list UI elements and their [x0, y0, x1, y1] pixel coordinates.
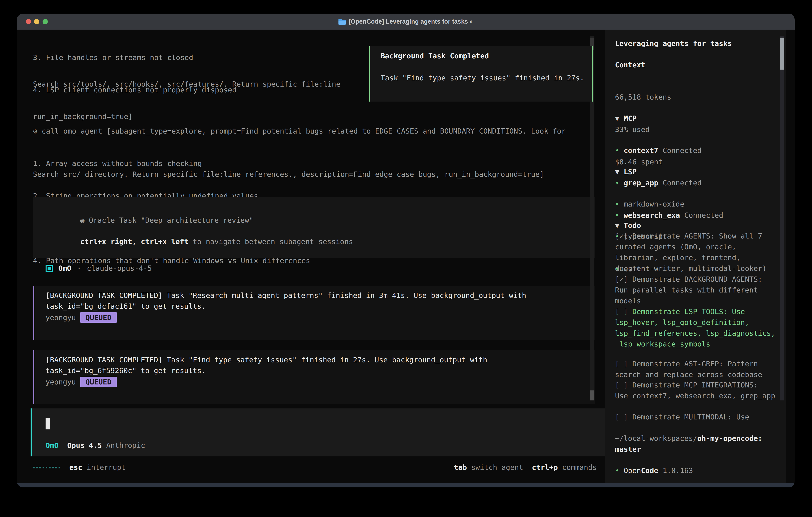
sidebar-scrollbar-track[interactable]: [780, 36, 784, 401]
terminal-window: [OpenCode] Leveraging agents for tasks ◐…: [17, 13, 794, 487]
agent-model: claude-opus-4-5: [87, 263, 152, 274]
todo-item-mcp: [ ] Demonstrate MCP INTEGRATIONS: Use co…: [615, 380, 778, 401]
session-sidebar: Leveraging agents for tasks Context 66,5…: [605, 30, 786, 483]
todo-item-agents: [✓] Demonstrate AGENTS: Show all 7 curat…: [615, 231, 778, 274]
sidebar-scrollbar-thumb[interactable]: [780, 37, 784, 70]
todo-item-ast-grep: [ ] Demonstrate AST-GREP: Pattern search…: [615, 358, 778, 380]
queued-status-badge: QUEUED: [80, 312, 117, 323]
collapse-triangle-icon: ▼: [615, 114, 619, 123]
lsp-item: • markdown-oxide: [615, 199, 778, 210]
window-titlebar: [OpenCode] Leveraging agents for tasks ◐: [17, 13, 794, 30]
task-message-line: [BACKGROUND TASK COMPLETED] Task "Find t…: [46, 354, 487, 365]
git-branch: master: [615, 445, 641, 453]
input-agent-name: OmO: [46, 440, 59, 451]
terminal-content: 3. File handles or streams not closed 4.…: [17, 30, 794, 483]
lsp-section-header[interactable]: ▼ LSP: [615, 166, 778, 177]
app-version: 1.0.163: [663, 466, 693, 474]
mcp-section-header[interactable]: ▼ MCP: [615, 113, 778, 124]
bug-list-line: 1. Array access without bounds checking: [33, 158, 592, 169]
window-title: [OpenCode] Leveraging agents for tasks ◐: [348, 18, 473, 25]
queued-status-badge: QUEUED: [80, 377, 117, 387]
todo-item-multimodal: [ ] Demonstrate MULTIMODAL: Use: [615, 412, 778, 423]
esc-action-label: interrupt: [87, 462, 126, 473]
oracle-shortcut-desc: to navigate between subagent sessions: [188, 238, 353, 246]
ctrlp-action-label: commands: [562, 462, 597, 473]
tab-key-hint[interactable]: tab: [454, 462, 467, 473]
task-message-line: task_id="bg_dcfac161" to get results.: [46, 301, 206, 312]
agent-call-block: ⚙ call_omo_agent [subagent_type=explore,…: [33, 104, 592, 288]
agent-name: OmO: [58, 263, 71, 274]
oracle-shortcut-keys: ctrl+x right, ctrl+x left: [80, 238, 188, 246]
status-bar: esc interrupt tab switch agent ctrl+p co…: [33, 462, 597, 473]
gear-icon: ⚙: [33, 127, 37, 135]
workspace-path: ~/local-workspaces/oh-my-opencode:master: [615, 433, 778, 455]
todo-item-background: [✓] Demonstrate BACKGROUND AGENTS: Run p…: [615, 274, 778, 306]
esc-key-hint[interactable]: esc: [69, 462, 82, 473]
oracle-task-label: Oracle Task "Deep architecture review": [89, 216, 254, 224]
traffic-lights: [26, 13, 48, 30]
task-message-line: [BACKGROUND TASK COMPLETED] Task "Resear…: [46, 290, 526, 301]
collapse-triangle-icon: ▼: [615, 221, 619, 229]
zoom-button[interactable]: [42, 19, 48, 24]
fisheye-icon: ◉: [80, 216, 85, 224]
task-user: yeongyu: [46, 378, 76, 386]
context-header: Context: [615, 60, 778, 71]
notification-body: Task "Find type safety issues" finished …: [381, 73, 584, 83]
bullet-icon: •: [615, 466, 619, 474]
task-completed-notification: Background Task Completed Task "Find typ…: [369, 46, 593, 102]
text-cursor: [46, 418, 50, 430]
task-user: yeongyu: [46, 314, 76, 322]
bullet-icon: •: [615, 200, 619, 208]
mcp-item: • context7 Connected: [615, 145, 778, 156]
collapse-triangle-icon: ▼: [615, 168, 619, 176]
context-tokens: 66,518 tokens: [615, 92, 778, 103]
input-provider-name: Anthropic: [106, 440, 145, 451]
bullet-icon: •: [615, 146, 619, 155]
close-button[interactable]: [26, 19, 31, 24]
sidebar-session-title: Leveraging agents for tasks: [615, 38, 778, 49]
activity-spinner-dots: [33, 467, 60, 468]
window-bottom-edge: [17, 483, 794, 487]
app-version-line: • OpenCode 1.0.163: [615, 465, 778, 476]
folder-icon: [338, 19, 346, 25]
agent-session-header: OmO · claude-opus-4-5: [33, 262, 152, 274]
input-model-name: Opus 4.5: [67, 440, 102, 451]
oracle-task-panel[interactable]: ◉ Oracle Task "Deep architecture review"…: [33, 197, 596, 258]
task-message-line: task_id="bg_6f59260c" to get results.: [46, 365, 206, 376]
tab-action-label: switch agent: [471, 462, 523, 473]
background-task-message: [BACKGROUND TASK COMPLETED] Task "Resear…: [33, 286, 596, 340]
prompt-input[interactable]: OmO Opus 4.5 Anthropic: [31, 408, 605, 456]
minimize-button[interactable]: [34, 19, 39, 24]
agent-separator: ·: [77, 263, 81, 274]
ctrlp-key-hint[interactable]: ctrl+p: [532, 462, 558, 473]
todo-section-header[interactable]: ▼ Todo: [615, 220, 778, 231]
main-scrollbar-thumb[interactable]: [590, 390, 594, 401]
notification-title: Background Task Completed: [381, 51, 489, 61]
agent-call-text: call_omo_agent [subagent_type=explore, p…: [41, 127, 566, 135]
omo-agent-icon: [46, 265, 53, 272]
search-line2: Search src/ directory. Return specific f…: [33, 169, 592, 180]
background-task-message: [BACKGROUND TASK COMPLETED] Task "Find t…: [33, 350, 596, 404]
todo-item-lsp-tools: [ ] Demonstrate LSP TOOLS: Use lsp_hover…: [615, 306, 778, 350]
